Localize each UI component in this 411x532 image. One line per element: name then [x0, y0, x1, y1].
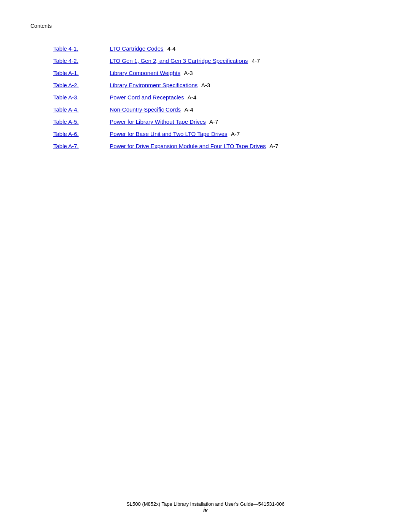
toc-row: Table A-5. Power for Library Without Tap…	[53, 117, 381, 126]
toc-title-table-a-1[interactable]: Library Component Weights	[110, 69, 180, 78]
footer-text: SL500 (M852x) Tape Library Installation …	[0, 501, 411, 507]
toc-row: Table A-6. Power for Base Unit and Two L…	[53, 129, 381, 139]
toc-label-table-4-2[interactable]: Table 4-2.	[53, 56, 107, 66]
toc-row: Table A-1. Library Component Weights A-3	[53, 69, 381, 78]
toc-page-table-a-1: A-3	[183, 69, 193, 78]
toc-row: Table A-2. Library Environment Specifica…	[53, 81, 381, 90]
toc-title-table-a-3[interactable]: Power Cord and Receptacles	[110, 93, 184, 102]
toc-page-table-a-7: A-7	[268, 142, 279, 151]
toc-title-table-a-2[interactable]: Library Environment Specifications	[110, 81, 198, 90]
toc-title-table-a-5[interactable]: Power for Library Without Tape Drives	[110, 117, 206, 126]
toc-title-table-a-4[interactable]: Non-Country-Specific Cords	[110, 105, 181, 114]
toc-title-table-a-6[interactable]: Power for Base Unit and Two LTO Tape Dri…	[110, 129, 227, 139]
toc-title-table-4-2[interactable]: LTO Gen 1, Gen 2, and Gen 3 Cartridge Sp…	[110, 56, 248, 66]
toc-label-table-a-4[interactable]: Table A-4.	[53, 105, 107, 114]
toc-page-table-a-6: A-7	[229, 129, 240, 139]
toc-row: Table 4-2. LTO Gen 1, Gen 2, and Gen 3 C…	[53, 56, 381, 66]
toc-page-table-a-5: A-7	[208, 117, 218, 126]
page-container: Contents Table 4-1. LTO Cartridge Codes …	[0, 0, 411, 532]
page-footer: SL500 (M852x) Tape Library Installation …	[0, 501, 411, 513]
toc-row: Table A-4. Non-Country-Specific Cords A-…	[53, 105, 381, 114]
toc-page-table-a-3: A-4	[186, 93, 196, 102]
toc-title-table-a-7[interactable]: Power for Drive Expansion Module and Fou…	[110, 142, 266, 151]
toc-label-table-a-3[interactable]: Table A-3.	[53, 93, 107, 102]
toc-label-table-4-1[interactable]: Table 4-1.	[53, 44, 107, 53]
toc-page-table-4-2: 4-7	[250, 56, 260, 66]
footer-page-number: iv	[0, 507, 411, 513]
toc-row: Table A-3. Power Cord and Receptacles A-…	[53, 93, 381, 102]
contents-header: Contents	[30, 23, 381, 29]
toc-page-table-4-1: 4-4	[166, 44, 176, 53]
toc-title-table-4-1[interactable]: LTO Cartridge Codes	[110, 44, 163, 53]
toc-page-table-a-2: A-3	[200, 81, 210, 90]
toc-row: Table 4-1. LTO Cartridge Codes 4-4	[53, 44, 381, 53]
toc-label-table-a-5[interactable]: Table A-5.	[53, 117, 107, 126]
toc-page-table-a-4: A-4	[183, 105, 193, 114]
toc-label-table-a-6[interactable]: Table A-6.	[53, 129, 107, 139]
toc-table: Table 4-1. LTO Cartridge Codes 4-4Table …	[53, 44, 381, 151]
toc-label-table-a-2[interactable]: Table A-2.	[53, 81, 107, 90]
toc-label-table-a-7[interactable]: Table A-7.	[53, 142, 107, 151]
toc-label-table-a-1[interactable]: Table A-1.	[53, 69, 107, 78]
toc-row: Table A-7. Power for Drive Expansion Mod…	[53, 142, 381, 151]
